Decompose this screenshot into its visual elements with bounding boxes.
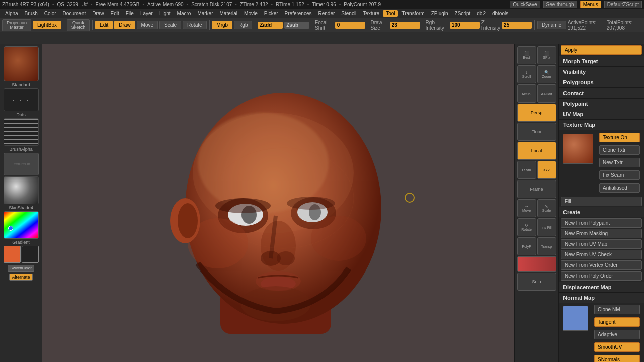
scale-strip-button[interactable]: ⤡ Scale — [537, 199, 556, 217]
morph-target-header[interactable]: Morph Target — [559, 56, 644, 66]
menu-tool[interactable]: Tool — [383, 10, 398, 17]
snormals-button[interactable]: SNormals — [594, 355, 640, 362]
polygroups-header[interactable]: Polygroups — [559, 77, 644, 87]
new-from-vertex-order-button[interactable]: New From Vertex Order — [561, 260, 642, 270]
visibility-header[interactable]: Visibility — [559, 67, 644, 77]
lightbox-button[interactable]: LightBox — [33, 21, 61, 29]
aahalf-button[interactable]: AAHalf — [537, 84, 556, 103]
zsub-slider[interactable]: Zsub — [284, 22, 309, 29]
dynamic-button[interactable]: Dynamic — [537, 21, 566, 29]
standard-brush-preview[interactable] — [4, 46, 39, 81]
menu-light[interactable]: Light — [156, 10, 174, 17]
lsym-button[interactable]: LSym — [517, 161, 536, 179]
texture-off-preview[interactable]: Texture Off — [4, 153, 39, 175]
menu-preferences[interactable]: Preferences — [282, 10, 315, 17]
menu-transform[interactable]: Transform — [398, 10, 427, 17]
clone-txtr-button[interactable]: Clone Txtr — [599, 145, 640, 155]
move-strip-button[interactable]: ↔ Move — [517, 199, 536, 217]
actual-button[interactable]: Actual — [517, 84, 536, 103]
menus-button[interactable]: Menus — [580, 1, 601, 8]
menu-edit[interactable]: Edit — [108, 10, 122, 17]
menu-texture[interactable]: Texture — [360, 10, 382, 17]
new-from-uv-map-button[interactable]: New From UV Map — [561, 239, 642, 249]
background-swatch[interactable] — [22, 246, 39, 263]
menu-alpha[interactable]: Alpha — [2, 10, 21, 17]
alternate-button[interactable]: Alternate — [9, 274, 32, 281]
menu-macro[interactable]: Macro — [174, 10, 194, 17]
new-txtr-button[interactable]: New Txtr — [599, 158, 640, 167]
switch-color-button[interactable]: SwitchColor — [8, 265, 34, 272]
dots-brush-preview[interactable]: · · · — [4, 88, 39, 111]
menu-render[interactable]: Render — [315, 10, 338, 17]
edit-button[interactable]: Edit — [95, 21, 113, 29]
adaptive-button[interactable]: Adaptive — [594, 330, 640, 339]
apply-button[interactable]: Apply — [561, 45, 642, 55]
menu-zscript[interactable]: ZScript — [452, 10, 474, 17]
draw-button[interactable]: Draw — [114, 21, 135, 29]
fill-button[interactable]: Fill — [561, 197, 642, 206]
persp-button[interactable]: Persp — [517, 104, 556, 122]
floor-button[interactable]: Floor — [517, 123, 556, 141]
menu-material[interactable]: Material — [217, 10, 241, 17]
new-from-polypaint-button[interactable]: New From Polypaint — [561, 218, 642, 228]
local-button[interactable]: Local — [517, 142, 556, 160]
material-swatch[interactable] — [517, 256, 556, 272]
default-script[interactable]: DefaultZScript — [604, 1, 642, 8]
move-button[interactable]: Move — [137, 21, 158, 29]
quicksave-button[interactable]: QuickSave — [510, 1, 540, 8]
polyf-button[interactable]: PolyF — [517, 237, 536, 255]
new-from-uv-check-button[interactable]: New From UV Check — [561, 250, 642, 259]
menu-db2[interactable]: db2 — [474, 10, 489, 17]
texture-map-header[interactable]: Texture Map — [559, 120, 644, 130]
quick-sketch-button[interactable]: QuickSketch — [67, 19, 90, 31]
xyz-button[interactable]: XYZ — [537, 161, 556, 179]
frame-button[interactable]: Frame — [517, 180, 556, 198]
menu-dbtools[interactable]: dbtools — [489, 10, 511, 17]
rgb-button[interactable]: Rgb — [234, 21, 252, 29]
menu-document[interactable]: Document — [60, 10, 89, 17]
mrgb-button[interactable]: Mrgb — [212, 21, 232, 29]
z-intensity-slider[interactable]: 25 — [502, 22, 532, 29]
texture-on-button[interactable]: Texture On — [599, 133, 640, 142]
antialiased-button[interactable]: Antialiased — [599, 183, 640, 193]
polypaint-header[interactable]: Polypaint — [559, 99, 644, 109]
clone-nm-button[interactable]: Clone NM — [594, 305, 640, 314]
spix-button[interactable]: ⬛ SPix — [537, 46, 556, 64]
zoom-button[interactable]: 🔍 Zoom — [537, 65, 556, 83]
uv-map-header[interactable]: UV Map — [559, 109, 644, 119]
menu-color[interactable]: Color — [41, 10, 59, 17]
color-picker[interactable] — [4, 211, 39, 239]
canvas-area[interactable] — [42, 44, 514, 362]
menu-draw[interactable]: Draw — [89, 10, 107, 17]
scale-button[interactable]: Scale — [159, 21, 181, 29]
rotate-button[interactable]: Rotate — [183, 21, 206, 29]
texture-preview[interactable] — [563, 134, 593, 164]
transp-button[interactable]: Transp — [537, 237, 556, 255]
menu-file[interactable]: File — [123, 10, 137, 17]
draw-size-slider[interactable]: 23 — [390, 22, 420, 29]
skinshade-preview[interactable] — [4, 176, 39, 204]
menu-movie[interactable]: Movie — [241, 10, 261, 17]
new-from-masking-button[interactable]: New From Masking — [561, 229, 642, 238]
ins-fill-button[interactable]: Ins Fill — [537, 218, 556, 236]
menu-marker[interactable]: Marker — [194, 10, 216, 17]
menu-zplugin[interactable]: ZPlugin — [428, 10, 451, 17]
normal-map-preview[interactable] — [563, 306, 588, 331]
scroll-button[interactable]: ↕ Scroll — [517, 65, 536, 83]
menu-brush[interactable]: Brush — [22, 10, 41, 17]
focal-shift-slider[interactable]: 0 — [335, 22, 365, 29]
brush-alpha-preview[interactable] — [4, 118, 39, 146]
solo-button[interactable]: Solo — [517, 273, 556, 291]
menu-stencil[interactable]: Stencil — [338, 10, 359, 17]
fix-seam-button[interactable]: Fix Seam — [599, 170, 640, 180]
menu-layer[interactable]: Layer — [137, 10, 156, 17]
contact-header[interactable]: Contact — [559, 88, 644, 98]
displacement-map-header[interactable]: Displacement Map — [559, 282, 644, 292]
smooth-uv-button[interactable]: SmoothUV — [594, 342, 640, 352]
create-header[interactable]: Create — [559, 207, 644, 217]
new-from-poly-order-button[interactable]: New From Poly Order — [561, 271, 642, 281]
rgb-intensity-slider[interactable]: 100 — [450, 22, 480, 29]
rotate-strip-button[interactable]: ↻ Rotate — [517, 218, 536, 236]
tangent-button[interactable]: Tangent — [594, 317, 640, 327]
normal-map-header[interactable]: Normal Map — [559, 293, 644, 303]
